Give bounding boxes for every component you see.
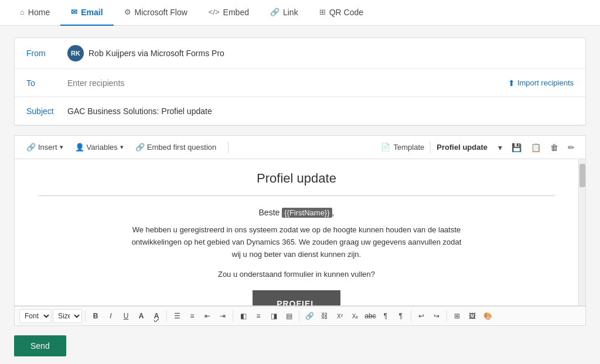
- fmt-sep3: [233, 311, 233, 321]
- nav-link[interactable]: 🔗 Link: [260, 0, 309, 26]
- align-center-button[interactable]: ≡: [251, 309, 265, 323]
- link-button[interactable]: 🔗: [302, 309, 316, 323]
- avatar: RK: [67, 45, 84, 61]
- outdent-button[interactable]: ⇤: [200, 309, 214, 323]
- italic-button[interactable]: I: [104, 309, 118, 323]
- template-section: 📄 Template: [381, 143, 425, 152]
- toolbar-separator: [228, 142, 229, 153]
- redo-button[interactable]: ↪: [429, 309, 444, 323]
- from-row: From RK Rob Kuijpers via Microsoft Forms…: [15, 38, 585, 69]
- subject-value: GAC Business Solutions: Profiel update: [67, 107, 574, 116]
- email-form: From RK Rob Kuijpers via Microsoft Forms…: [14, 37, 586, 126]
- scroll-thumb[interactable]: [579, 164, 585, 187]
- email-icon: ✉: [71, 8, 77, 16]
- scroll-track: [578, 159, 585, 305]
- flow-icon: ⚙: [124, 8, 131, 16]
- unordered-list-button[interactable]: ☰: [170, 309, 184, 323]
- nav-email-label: Email: [81, 8, 103, 17]
- image-button[interactable]: 🖼: [465, 309, 479, 323]
- bold-button[interactable]: B: [88, 309, 103, 323]
- nav-msflow-label: Microsoft Flow: [135, 8, 188, 17]
- font-select[interactable]: Font: [19, 309, 52, 323]
- insert-button[interactable]: 🔗 Insert ▾: [22, 140, 68, 154]
- subscript-button[interactable]: X₂: [348, 309, 362, 323]
- size-select[interactable]: Size: [53, 309, 82, 323]
- nav-home[interactable]: ⌂ Home: [9, 0, 60, 26]
- editor-toolbar: 🔗 Insert ▾ 👤 Variables ▾ 🔗 Embed first q…: [15, 136, 585, 159]
- template-actions: ▾ 💾 📋 🗑 ✏: [495, 140, 578, 154]
- email-divider: [38, 195, 555, 196]
- strikethrough-button[interactable]: abc: [363, 309, 377, 323]
- insert-chevron-icon: ▾: [60, 143, 63, 151]
- embed-icon: </>: [209, 8, 220, 16]
- superscript-button[interactable]: X²: [333, 309, 347, 323]
- cta-line1: PROFIEL: [277, 299, 316, 305]
- blockquote-button[interactable]: ¶: [394, 309, 408, 323]
- qrcode-icon: ⊞: [319, 8, 326, 16]
- email-body-text: We hebben u geregistreerd in ons systeem…: [127, 224, 466, 260]
- variables-chevron-icon: ▾: [120, 143, 124, 151]
- template-saveas-icon[interactable]: 📋: [527, 140, 544, 154]
- template-edit-icon[interactable]: ✏: [564, 140, 578, 154]
- cta-button[interactable]: PROFIEL BIJWERKEN: [253, 290, 340, 305]
- from-label: From: [26, 49, 67, 58]
- subject-row: Subject GAC Business Solutions: Profiel …: [15, 97, 585, 125]
- underline-button[interactable]: U: [119, 309, 133, 323]
- email-body-scroll[interactable]: Profiel update Beste {{FirstName}}, We h…: [15, 159, 578, 305]
- nav-msflow[interactable]: ⚙ Microsoft Flow: [114, 0, 198, 26]
- unlink-button[interactable]: ⛓: [318, 309, 332, 323]
- embed-question-label: Embed first question: [147, 143, 217, 152]
- template-chevron-button[interactable]: ▾: [495, 140, 506, 154]
- fmt-sep2: [166, 311, 167, 321]
- greeting-suffix: ,: [332, 208, 335, 217]
- send-section: Send: [14, 326, 586, 364]
- highlight-button[interactable]: A: [149, 309, 163, 323]
- to-input[interactable]: [67, 78, 508, 88]
- editor-scroll-wrap: Profiel update Beste {{FirstName}}, We h…: [15, 159, 585, 306]
- align-right-button[interactable]: ◨: [267, 309, 281, 323]
- template-name: Profiel update: [437, 143, 488, 152]
- insert-icon: 🔗: [26, 143, 36, 152]
- nav-email[interactable]: ✉ Email: [60, 0, 113, 26]
- embed-question-button[interactable]: 🔗 Embed first question: [131, 140, 221, 154]
- greeting-prefix: Beste: [259, 208, 282, 217]
- top-navigation: ⌂ Home ✉ Email ⚙ Microsoft Flow </> Embe…: [0, 0, 600, 26]
- align-left-button[interactable]: ◧: [236, 309, 250, 323]
- subject-label: Subject: [26, 107, 67, 116]
- variables-button[interactable]: 👤 Variables ▾: [70, 140, 128, 154]
- insert-label: Insert: [38, 143, 57, 152]
- nav-link-label: Link: [283, 8, 298, 17]
- home-icon: ⌂: [20, 8, 25, 16]
- indent-button[interactable]: ⇥: [216, 309, 230, 323]
- email-greeting: Beste {{FirstName}},: [38, 208, 555, 217]
- variables-label: Variables: [87, 143, 118, 152]
- font-color-button[interactable]: A: [134, 309, 148, 323]
- template-save-icon[interactable]: 💾: [508, 140, 525, 154]
- nav-embed-label: Embed: [223, 8, 249, 17]
- editor-container: 🔗 Insert ▾ 👤 Variables ▾ 🔗 Embed first q…: [14, 135, 586, 326]
- from-value: RK Rob Kuijpers via Microsoft Forms Pro: [67, 45, 574, 61]
- nav-qrcode-label: QR Code: [329, 8, 363, 17]
- format-toolbar: Font Size B I U A A ☰ ≡ ⇤ ⇥ ◧ ≡ ◨ ▤ 🔗 ⛓ …: [15, 306, 585, 325]
- email-question: Zou u onderstaand formulier in kunnen vu…: [38, 270, 555, 279]
- import-arrow-icon: ⬆: [508, 78, 515, 88]
- variables-icon: 👤: [75, 143, 84, 152]
- nav-embed[interactable]: </> Embed: [198, 0, 260, 26]
- para-mark-button[interactable]: ¶: [379, 309, 393, 323]
- template-doc-icon: 📄: [381, 143, 390, 152]
- template-delete-icon[interactable]: 🗑: [547, 140, 562, 154]
- send-button[interactable]: Send: [14, 335, 66, 356]
- embed-question-icon: 🔗: [135, 143, 145, 152]
- firstname-tag: {{FirstName}}: [282, 208, 332, 218]
- undo-button[interactable]: ↩: [414, 309, 428, 323]
- fmt-sep1: [85, 311, 86, 321]
- main-content: From RK Rob Kuijpers via Microsoft Forms…: [0, 26, 600, 364]
- table-button[interactable]: ⊞: [450, 309, 464, 323]
- align-justify-button[interactable]: ▤: [282, 309, 296, 323]
- fmt-sep6: [446, 311, 447, 321]
- ordered-list-button[interactable]: ≡: [185, 309, 199, 323]
- to-label: To: [26, 78, 67, 88]
- nav-qrcode[interactable]: ⊞ QR Code: [309, 0, 374, 26]
- import-recipients-button[interactable]: ⬆ Import recipients: [508, 78, 574, 88]
- source-button[interactable]: 🎨: [480, 309, 495, 323]
